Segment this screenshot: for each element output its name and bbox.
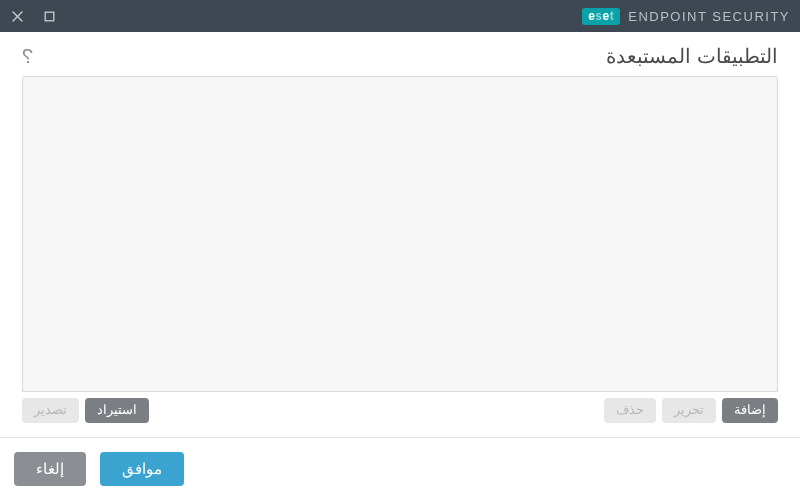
window-titlebar: eset ENDPOINT SECURITY [0,0,800,32]
brand: eset ENDPOINT SECURITY [582,8,790,25]
brand-logo: eset [582,8,620,25]
export-button: تصدير [22,398,79,423]
close-icon[interactable] [10,9,24,23]
dialog-body: إضافة تحرير حذف استيراد تصدير [0,76,800,437]
list-toolbar: إضافة تحرير حذف استيراد تصدير [22,392,778,437]
excluded-apps-list[interactable] [22,76,778,392]
edit-button: تحرير [662,398,716,423]
import-button[interactable]: استيراد [85,398,149,423]
ok-button[interactable]: موافق [100,452,184,486]
dialog-footer: موافق إلغاء [0,438,800,500]
add-button[interactable]: إضافة [722,398,778,423]
cancel-button[interactable]: إلغاء [14,452,86,486]
brand-product: ENDPOINT SECURITY [628,9,790,24]
window-controls [10,9,56,23]
help-icon[interactable]: ? [22,46,33,66]
svg-rect-0 [45,12,54,21]
dialog-header: التطبيقات المستبعدة ? [0,32,800,76]
dialog-title: التطبيقات المستبعدة [606,44,778,68]
maximize-icon[interactable] [42,9,56,23]
remove-button: حذف [604,398,656,423]
